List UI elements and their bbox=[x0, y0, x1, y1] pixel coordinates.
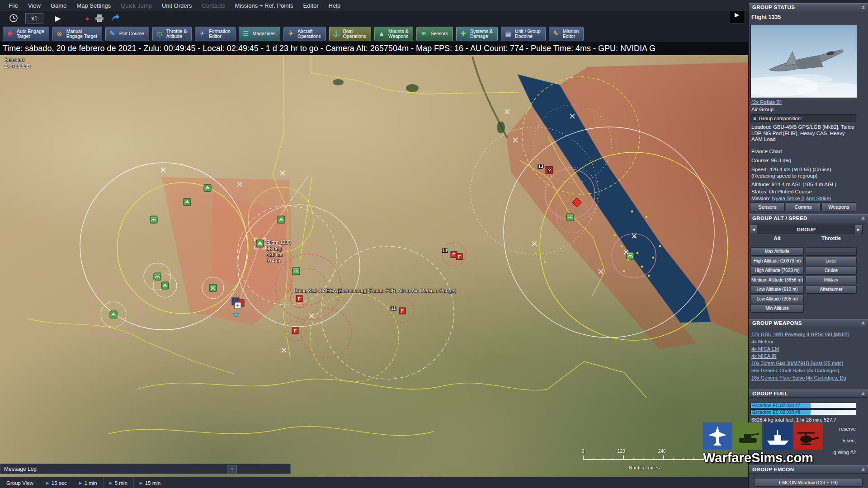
speed-note: (Reducing speed to regroup) bbox=[751, 173, 857, 179]
weapon-link[interactable]: 4x MICA EM bbox=[751, 346, 859, 352]
time-step-1min[interactable]: ▶ 1 min bbox=[73, 477, 103, 488]
printer-icon[interactable] bbox=[94, 14, 104, 22]
weapon-link[interactable]: 10x 30mm Giat 30/M791B Burst [25 rnds] bbox=[751, 361, 859, 366]
collapse-icon[interactable]: » bbox=[860, 5, 867, 9]
aircraft-operations-button[interactable]: ✈ AircraftOperations bbox=[283, 27, 326, 41]
flight-datablock: Flight 1335 96 deg 428 kts 914 m bbox=[266, 239, 291, 264]
panel-header-group-weapons[interactable]: GROUP WEAPONS » bbox=[749, 319, 868, 327]
group-type-link[interactable]: (2x Rafale B) bbox=[751, 99, 857, 106]
fuel-text-fragment: 5 sec, bbox=[843, 438, 856, 443]
play-step-icon: ▶ bbox=[140, 481, 143, 485]
friendly-emitter-icon[interactable] bbox=[150, 216, 157, 223]
systems-damage-button[interactable]: ✚ Systems &Damage bbox=[456, 27, 498, 41]
jump-to-icon[interactable] bbox=[111, 14, 120, 23]
manual-engage-target-button[interactable]: ⊗ ManualEngage Target bbox=[52, 27, 102, 41]
mission-link[interactable]: Nyala Strike (Land Strike) bbox=[772, 196, 831, 201]
watermark-tiles bbox=[703, 422, 823, 450]
menu-unit-orders[interactable]: Unit Orders bbox=[157, 2, 197, 9]
alt-low2-button[interactable]: Low Altitude (305 m) bbox=[750, 295, 804, 303]
weapon-link[interactable]: 4x Meteor bbox=[751, 339, 859, 344]
sensors-panel-button[interactable]: Sensors bbox=[750, 202, 785, 211]
friendly-facility-icon[interactable] bbox=[209, 284, 217, 291]
crosshair-icon: ⊗ bbox=[56, 30, 64, 38]
throttle-afterburner-button[interactable]: Afterburner bbox=[806, 285, 857, 294]
throttle-disabled-button bbox=[806, 247, 857, 256]
group-view-label[interactable]: Group View bbox=[0, 480, 40, 486]
mounts-weapons-button[interactable]: ▲ Mounts &Weapons bbox=[374, 27, 413, 41]
fuel-bar-aircraft-8[interactable]: Escadron EC 02.030 #8 bbox=[750, 409, 856, 415]
alt-min-button[interactable]: Min Altitude bbox=[750, 304, 804, 313]
hostile-contact-icon[interactable] bbox=[292, 328, 298, 334]
alt-medium-button[interactable]: Medium Altitude (3658 m) bbox=[750, 276, 804, 284]
selected-label: Selected: bbox=[5, 57, 30, 63]
friendly-emitter-icon[interactable] bbox=[566, 214, 574, 221]
formation-editor-button[interactable]: ✈ FormationEditor bbox=[195, 27, 235, 41]
hostile-contact-icon[interactable] bbox=[399, 308, 406, 314]
group-composition-dropdown[interactable]: ≡ Group composition: bbox=[750, 114, 856, 122]
weapon-link[interactable]: 16x Generic Flare Salvo [4x Cartridges, … bbox=[751, 375, 859, 380]
friendly-emitter-icon[interactable] bbox=[154, 273, 161, 280]
contact-count-label: 11 bbox=[442, 248, 448, 253]
waves-icon: ≋ bbox=[420, 30, 428, 38]
menu-help[interactable]: Help bbox=[324, 2, 346, 9]
contact-count-label: 11 bbox=[391, 305, 396, 311]
unit-group-doctrine-button[interactable]: ▤ Unit / GroupDoctrine bbox=[501, 27, 546, 41]
time-step-15sec[interactable]: ▶ 15 sec bbox=[40, 477, 73, 488]
friendly-air-unit-icon[interactable] bbox=[204, 184, 211, 192]
crosshair-icon: ⊕ bbox=[6, 30, 14, 38]
boat-operations-button[interactable]: ⚓ BoatOperations bbox=[329, 27, 371, 41]
sensors-button[interactable]: ≋ Sensors bbox=[416, 27, 453, 41]
weapon-link[interactable]: 12x GBU-49/B Paveway II GPS/LGB [Mk82] bbox=[751, 332, 859, 337]
throttle-cruise-button[interactable]: Cruise bbox=[806, 266, 857, 275]
alt-high1-button[interactable]: High Altitude (10973 m) bbox=[750, 257, 804, 265]
menu-view[interactable]: View bbox=[23, 2, 46, 9]
menu-editor[interactable]: Editor bbox=[298, 2, 324, 9]
auto-engage-target-button[interactable]: ⊕ Auto EngageTarget bbox=[3, 27, 49, 41]
panel-header-group-fuel[interactable]: GROUP FUEL » bbox=[749, 389, 868, 398]
collapse-icon[interactable]: » bbox=[860, 468, 867, 471]
friendly-air-unit-icon[interactable] bbox=[184, 198, 191, 206]
menu-map-settings[interactable]: Map Settings bbox=[71, 2, 116, 9]
panel-header-group-emcon[interactable]: GROUP EMCON » bbox=[749, 465, 868, 474]
throttle-military-button[interactable]: Military bbox=[806, 276, 857, 284]
alt-high2-button[interactable]: High Altitude (7620 m) bbox=[750, 266, 804, 275]
play-button[interactable]: ▶ bbox=[55, 14, 61, 23]
time-step-5min[interactable]: ▶ 5 min bbox=[103, 477, 133, 488]
watermark: WarfareSims.com bbox=[703, 422, 823, 465]
hostile-contact-icon[interactable] bbox=[456, 253, 462, 260]
weapon-link[interactable]: 56x Generic Chaff Salvo [4x Cartridges] bbox=[751, 368, 859, 373]
magazines-button[interactable]: ☰ Magazines bbox=[239, 27, 281, 41]
collapse-icon[interactable]: » bbox=[860, 216, 867, 220]
weapon-link[interactable]: 4x MICA IR bbox=[751, 353, 859, 359]
next-group-button[interactable]: ► bbox=[855, 225, 862, 234]
record-button[interactable]: ● bbox=[85, 14, 89, 22]
collapse-icon[interactable]: » bbox=[860, 392, 867, 395]
time-compression-value[interactable]: x1 bbox=[25, 13, 43, 23]
fuel-bar-aircraft-7[interactable]: Escadron EC 02.030 #7 bbox=[750, 403, 856, 408]
pencil-icon: ✎ bbox=[108, 30, 117, 38]
weapons-panel-button[interactable]: Weapons bbox=[821, 202, 856, 211]
friendly-emitter-icon[interactable] bbox=[292, 267, 300, 275]
alt-low1-button[interactable]: Low Altitude (610 m) bbox=[750, 285, 804, 294]
comms-panel-button[interactable]: Comms bbox=[786, 202, 821, 211]
friendly-air-unit-icon[interactable] bbox=[161, 282, 169, 289]
throttle-loiter-button[interactable]: Loiter bbox=[806, 257, 857, 265]
friendly-air-unit-icon[interactable] bbox=[278, 216, 285, 223]
message-log-bar[interactable]: Message Log ↑ bbox=[0, 464, 291, 474]
friendly-air-unit-icon[interactable] bbox=[110, 311, 117, 318]
mission-editor-button[interactable]: ✎ MissionEditor bbox=[549, 27, 584, 41]
panel-header-alt-speed[interactable]: GROUP ALT / SPEED » bbox=[749, 214, 868, 222]
menu-game[interactable]: Game bbox=[46, 2, 71, 9]
hostile-contact-icon[interactable] bbox=[296, 296, 302, 302]
time-step-15min[interactable]: ▶ 15 min bbox=[133, 477, 166, 488]
alt-max-button[interactable]: Max Altitude bbox=[750, 247, 804, 256]
plot-course-button[interactable]: ✎ Plot Course bbox=[105, 27, 149, 41]
throttle-altitude-button[interactable]: ◷ Throttle &Altitude bbox=[152, 27, 192, 41]
menu-file[interactable]: File bbox=[4, 2, 23, 9]
collapse-icon[interactable]: » bbox=[860, 321, 867, 325]
panel-header-group-status[interactable]: GROUP STATUS » bbox=[749, 3, 868, 11]
emcon-window-button[interactable]: EMCON Window (Ctrl + F9) bbox=[754, 478, 863, 487]
message-log-expand-button[interactable]: ↑ bbox=[227, 465, 237, 474]
menu-missions-ref-points[interactable]: Missions + Ref. Points bbox=[230, 2, 298, 9]
prev-group-button[interactable]: ◄ bbox=[750, 225, 757, 234]
